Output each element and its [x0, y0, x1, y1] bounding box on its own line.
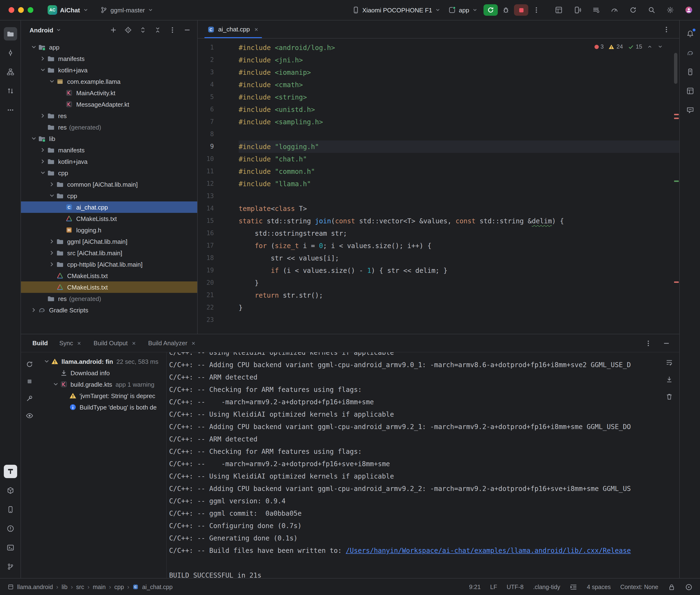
line-number[interactable]: 11 [198, 165, 214, 178]
project-tree-item-kotlin-java[interactable]: kotlin+java [21, 156, 197, 167]
breadcrumb-item-ai-chat-cpp[interactable]: ai_chat.cpp [142, 584, 173, 590]
code-line-20[interactable]: 20 } [198, 277, 679, 289]
chevron-right-icon[interactable] [39, 158, 47, 165]
commit-icon[interactable] [4, 46, 17, 59]
line-number[interactable]: 19 [198, 264, 214, 277]
project-tree-item-cpp[interactable]: cpp [21, 167, 197, 178]
rerun-build-icon[interactable] [23, 358, 36, 370]
notifications-icon[interactable] [683, 27, 697, 40]
project-tree-item-gradle-scripts[interactable]: Gradle Scripts [21, 304, 197, 316]
build-tab-build-analyzer[interactable]: Build Analyzer [143, 334, 201, 352]
editor-options-icon[interactable] [660, 23, 673, 35]
search-everywhere-icon[interactable] [646, 4, 657, 16]
code-line-5[interactable]: 5#include <string> [198, 91, 679, 103]
line-number[interactable]: 10 [198, 153, 214, 165]
project-tree-item-logging-h[interactable]: Hlogging.h [21, 224, 197, 236]
code-line-8[interactable]: 8 [198, 128, 679, 140]
build-tab-build[interactable]: Build [28, 334, 53, 352]
expand-all-icon[interactable] [138, 25, 148, 35]
line-number[interactable]: 8 [198, 128, 214, 140]
debug-button[interactable] [500, 4, 512, 16]
statusbar-line-ending[interactable]: LF [490, 584, 497, 590]
statusbar-caret-position[interactable]: 9:21 [469, 584, 481, 590]
code-editor[interactable]: 1#include <android/log.h>2#include <jni.… [198, 38, 679, 334]
vcs-branch-selector[interactable]: ggml-master [96, 4, 158, 16]
previous-issue-icon[interactable] [647, 44, 653, 50]
chevron-right-icon[interactable] [48, 238, 56, 245]
line-number[interactable]: 20 [198, 277, 214, 289]
chevron-right-icon[interactable] [48, 181, 56, 188]
line-number[interactable]: 23 [198, 314, 214, 326]
code-line-7[interactable]: 7#include <sampling.h> [198, 116, 679, 128]
project-tree-item-ggml-aichat-lib-main[interactable]: ggml [AiChat.lib.main] [21, 236, 197, 247]
project-tree-item-cpp[interactable]: cpp [21, 190, 197, 201]
line-number[interactable]: 16 [198, 227, 214, 239]
project-tree-item-res[interactable]: res [21, 110, 197, 121]
close-tab-icon[interactable] [191, 340, 196, 346]
code-line-23[interactable]: 23 [198, 314, 679, 326]
chevron-down-icon[interactable] [30, 44, 38, 51]
profile-avatar-icon[interactable] [683, 4, 695, 16]
line-number[interactable]: 3 [198, 66, 214, 79]
line-number[interactable]: 17 [198, 239, 214, 252]
rerun-app-button[interactable] [483, 4, 498, 16]
project-folder-icon[interactable] [4, 27, 17, 40]
code-line-12[interactable]: 12#include "llama.h" [198, 178, 679, 190]
close-tab-icon[interactable] [77, 340, 82, 346]
code-line-19[interactable]: 19 if (i < values.size() - 1) { str << d… [198, 264, 679, 277]
error-stripe-mark[interactable] [674, 281, 679, 283]
line-number[interactable]: 21 [198, 289, 214, 302]
code-line-22[interactable]: 22} [198, 302, 679, 314]
scroll-to-end-icon[interactable] [663, 373, 675, 386]
device-manager-icon[interactable] [4, 503, 17, 516]
minimize-window-button[interactable] [18, 7, 24, 13]
project-tree-item-app[interactable]: app [21, 41, 197, 53]
statusbar-indent-size[interactable]: 4 spaces [587, 584, 611, 590]
code-line-18[interactable]: 18 str << values[i]; [198, 252, 679, 264]
line-number[interactable]: 2 [198, 54, 214, 66]
line-number[interactable]: 18 [198, 252, 214, 264]
chevron-right-icon[interactable] [30, 307, 38, 313]
close-tab-icon[interactable] [131, 340, 137, 346]
project-tree-item-cmakelists-txt[interactable]: CMakeLists.txt [21, 270, 197, 281]
project-tree-item-src-aichat-lib-main[interactable]: src [AiChat.lib.main] [21, 247, 197, 259]
more-run-actions-button[interactable] [530, 4, 542, 16]
project-view-selector[interactable]: Android [30, 26, 53, 34]
chevron-down-icon[interactable] [48, 192, 56, 199]
preview-icon[interactable] [23, 409, 36, 422]
project-tree-item-ai-chat-cpp[interactable]: Cai_chat.cpp [21, 201, 197, 213]
breadcrumb-item-cpp[interactable]: cpp [114, 584, 124, 590]
code-line-10[interactable]: 10#include "chat.h" [198, 153, 679, 165]
code-line-3[interactable]: 3#include <iomanip> [198, 66, 679, 79]
code-line-9[interactable]: 9#include "logging.h" [198, 140, 679, 153]
stop-build-icon[interactable] [23, 375, 36, 388]
run-configuration-selector[interactable]: app [445, 4, 482, 16]
indent-settings-icon[interactable] [570, 583, 577, 591]
project-tree-item-manifests[interactable]: manifests [21, 144, 197, 156]
code-line-4[interactable]: 4#include <cmath> [198, 79, 679, 91]
project-tree-item-manifests[interactable]: manifests [21, 53, 197, 64]
line-number[interactable]: 14 [198, 202, 214, 215]
breadcrumb-item-llama-android[interactable]: llama.android [17, 584, 53, 590]
chevron-down-icon[interactable] [48, 78, 56, 85]
chevron-right-icon[interactable] [39, 55, 47, 62]
chevron-right-icon[interactable] [48, 261, 56, 267]
build-tree-item-jvmtarget-string-is-deprec[interactable]: 'jvmTarget: String' is deprec [38, 390, 166, 401]
gradle-icon[interactable] [683, 46, 697, 59]
project-selector[interactable]: AC AiChat [44, 3, 92, 17]
device-explorer-icon[interactable] [683, 65, 697, 79]
error-stripe-mark[interactable] [674, 180, 679, 182]
problems-icon[interactable] [4, 522, 17, 535]
code-line-14[interactable]: 14template<class T> [198, 202, 679, 215]
project-tree-item-cpp-httplib-aichat-lib-main[interactable]: cpp-httplib [AiChat.lib.main] [21, 259, 197, 270]
code-line-6[interactable]: 6#include <unistd.h> [198, 103, 679, 116]
more-tools-icon[interactable] [4, 103, 17, 117]
project-tree-item-mainactivity-kt[interactable]: MainActivity.kt [21, 87, 197, 98]
chevron-right-icon[interactable] [48, 250, 56, 256]
line-number[interactable]: 5 [198, 91, 214, 103]
layout-inspector-icon[interactable] [683, 84, 697, 97]
zoom-window-button[interactable] [28, 7, 33, 13]
breadcrumb-item-src[interactable]: src [76, 584, 84, 590]
hide-panel-icon[interactable] [182, 25, 192, 35]
pull-requests-icon[interactable] [4, 84, 17, 97]
